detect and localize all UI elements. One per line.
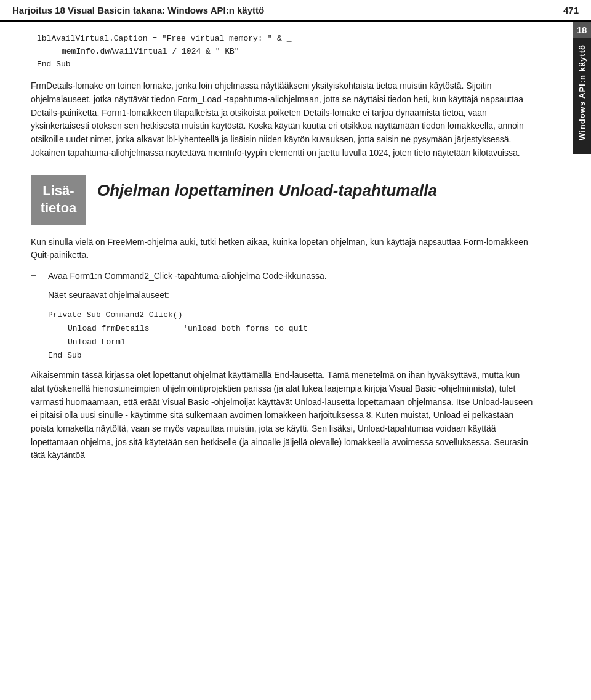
code-line-2: memInfo.dwAvailVirtual / 1024 & " KB": [37, 46, 534, 58]
paragraph-1: FrmDetails-lomake on toinen lomake, jonk…: [31, 79, 534, 159]
code-line-3: End Sub: [37, 58, 534, 71]
code-snippet: Private Sub Command2_Click() Unload frmD…: [48, 308, 534, 363]
dash-text-1: Avaa Form1:n Command2_Click -tapahtuma-a…: [48, 270, 327, 283]
code-unload-frmdetails: Unload frmDetails 'unload both forms to …: [48, 322, 534, 336]
page-header: Harjoitus 18 Visual Basicin takana: Wind…: [0, 0, 591, 22]
main-content: lblAvailVirtual.Caption = "Free virtual …: [0, 22, 571, 481]
page-number: 471: [563, 5, 579, 15]
code-end-sub: End Sub: [48, 349, 534, 363]
header-subtitle: Visual Basicin takana: Windows API:n käy…: [68, 5, 264, 15]
code-line-1: lblAvailVirtual.Caption = "Free virtual …: [37, 33, 534, 46]
info-box: Lisä- tietoa Ohjelman lopettaminen Unloa…: [31, 175, 534, 225]
sub-text-1: Näet seuraavat ohjelmalauseet:: [31, 289, 534, 302]
chapter-number-tab: 18: [573, 22, 591, 38]
info-label: Lisä- tietoa: [31, 175, 86, 225]
chapter-label: Harjoitus 18: [12, 5, 65, 15]
dash-item-1: – Avaa Form1:n Command2_Click -tapahtuma…: [31, 270, 534, 283]
dash-list: – Avaa Form1:n Command2_Click -tapahtuma…: [31, 270, 534, 283]
paragraph-2: Kun sinulla vielä on FreeMem-ohjelma auk…: [31, 236, 534, 262]
info-heading: Ohjelman lopettaminen Unload-tapahtumall…: [97, 175, 437, 200]
header-title: Harjoitus 18 Visual Basicin takana: Wind…: [12, 5, 264, 15]
dash-symbol: –: [31, 270, 39, 281]
top-code-block: lblAvailVirtual.Caption = "Free virtual …: [31, 33, 534, 71]
code-unload-form1: Unload Form1: [48, 336, 534, 349]
paragraph-3: Aikaisemmin tässä kirjassa olet lopettan…: [31, 369, 534, 462]
side-tab: Windows API:n käyttö: [573, 31, 591, 154]
code-private-sub: Private Sub Command2_Click(): [48, 308, 534, 322]
